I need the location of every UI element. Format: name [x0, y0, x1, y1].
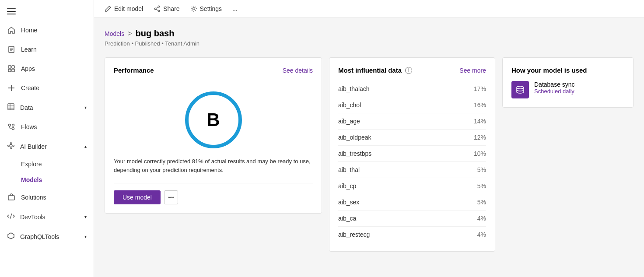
svg-point-17 — [9, 124, 11, 126]
svg-rect-8 — [12, 66, 14, 68]
sidebar-item-graphqltools[interactable]: GraphQLTools ▾ — [0, 227, 94, 246]
svg-point-31 — [158, 10, 160, 12]
breadcrumb: Models > bug bash — [105, 28, 634, 39]
how-used-card-header: How your model is used — [511, 67, 624, 74]
apps-icon — [7, 64, 16, 73]
page-subtitle: Prediction • Published • Tenant Admin — [105, 40, 634, 47]
more-dots-label: ... — [232, 5, 238, 12]
data-field-pct: 14% — [474, 118, 486, 125]
breadcrumb-current: bug bash — [135, 28, 174, 39]
more-dots-icon: ••• — [168, 194, 174, 201]
data-chevron-icon: ▾ — [84, 105, 87, 110]
svg-point-30 — [158, 6, 160, 7]
grade-circle: B — [185, 91, 242, 148]
data-field-pct: 4% — [477, 215, 486, 222]
db-sync-info: Database sync Scheduled daily — [534, 81, 575, 95]
svg-point-24 — [10, 148, 12, 149]
topbar: Edit model Share Settings ... — [94, 0, 644, 18]
grade-value: B — [206, 109, 220, 130]
data-field-pct: 12% — [474, 134, 486, 141]
svg-rect-10 — [12, 69, 14, 72]
data-field-name: aib_cp — [338, 182, 356, 189]
data-field-pct: 5% — [477, 199, 486, 206]
performance-card: Performance See details B Your model cor… — [105, 57, 322, 214]
graphqltools-chevron-icon: ▾ — [84, 234, 87, 239]
svg-point-22 — [10, 144, 12, 147]
hamburger-button[interactable] — [0, 0, 94, 21]
data-field-pct: 10% — [474, 150, 486, 157]
data-field-pct: 16% — [474, 102, 486, 109]
sidebar-item-apps[interactable]: Apps — [0, 59, 94, 78]
share-label: Share — [163, 5, 179, 12]
data-field-name: aib_age — [338, 118, 360, 125]
use-model-button[interactable]: Use model — [114, 190, 161, 204]
breadcrumb-parent[interactable]: Models — [105, 30, 124, 37]
sidebar-item-flows[interactable]: Flows — [0, 117, 94, 137]
influential-data-rows: aib_thalach17%aib_chol16%aib_age14%aib_o… — [338, 81, 486, 242]
sidebar-item-home[interactable]: Home — [0, 21, 94, 40]
sidebar-item-explore-label: Explore — [21, 161, 42, 168]
ai-builder-chevron-icon: ▴ — [84, 144, 87, 149]
gear-icon — [190, 5, 197, 12]
performance-more-button[interactable]: ••• — [164, 190, 178, 204]
sidebar-item-learn[interactable]: Learn — [0, 40, 94, 59]
settings-button[interactable]: Settings — [190, 5, 222, 12]
sidebar-item-models[interactable]: Models — [0, 172, 94, 188]
info-icon[interactable]: i — [405, 67, 412, 74]
data-field-name: aib_restecg — [338, 231, 370, 238]
sidebar-item-ai-builder[interactable]: AI Builder ▴ — [0, 137, 94, 156]
svg-line-34 — [156, 9, 158, 11]
list-item: aib_restecg4% — [338, 227, 486, 242]
cards-row: Performance See details B Your model cor… — [105, 57, 634, 252]
db-sync-name: Database sync — [534, 81, 575, 88]
devtools-chevron-icon: ▾ — [84, 214, 87, 219]
sidebar-item-ai-builder-label: AI Builder — [20, 143, 47, 150]
grade-container: B — [114, 81, 313, 157]
svg-point-36 — [517, 86, 524, 89]
svg-line-33 — [156, 7, 158, 8]
see-more-link[interactable]: See more — [459, 67, 486, 74]
sidebar-item-apps-label: Apps — [21, 65, 35, 72]
data-field-name: aib_sex — [338, 199, 359, 206]
solutions-icon — [7, 193, 16, 202]
sidebar-item-solutions[interactable]: Solutions — [0, 188, 94, 207]
share-icon — [154, 5, 161, 12]
svg-point-26 — [13, 145, 14, 147]
influential-card-header: Most influential data i See more — [338, 67, 486, 74]
sidebar-item-explore[interactable]: Explore — [0, 156, 94, 172]
edit-model-button[interactable]: Edit model — [105, 5, 143, 12]
content-area: Models > bug bash Prediction • Published… — [94, 18, 644, 277]
data-field-pct: 17% — [474, 85, 486, 92]
home-icon — [7, 26, 16, 35]
svg-rect-7 — [8, 66, 11, 68]
list-item: aib_sex5% — [338, 194, 486, 210]
sidebar-item-flows-label: Flows — [21, 123, 37, 130]
sidebar-item-data[interactable]: Data ▾ — [0, 98, 94, 117]
database-icon — [511, 81, 529, 98]
main-area: Edit model Share Settings ... Models > b… — [94, 0, 644, 277]
sidebar-item-create[interactable]: Create — [0, 78, 94, 98]
sidebar-item-devtools[interactable]: DevTools ▾ — [0, 207, 94, 227]
see-details-link[interactable]: See details — [283, 67, 313, 74]
performance-description: Your model correctly predicted 81% of ac… — [114, 157, 313, 174]
sidebar-item-solutions-label: Solutions — [21, 194, 46, 201]
svg-point-25 — [8, 145, 9, 147]
data-field-name: aib_oldpeak — [338, 134, 371, 141]
sidebar-item-data-label: Data — [20, 104, 33, 111]
plus-icon — [7, 84, 16, 92]
influential-data-card: Most influential data i See more aib_tha… — [329, 57, 495, 252]
list-item: aib_thalach17% — [338, 81, 486, 97]
sidebar-item-create-label: Create — [21, 84, 39, 91]
svg-point-18 — [12, 128, 14, 130]
svg-point-35 — [192, 8, 195, 10]
svg-rect-13 — [8, 104, 14, 110]
svg-rect-9 — [8, 69, 11, 72]
breadcrumb-separator: > — [128, 30, 132, 38]
gql-icon — [7, 232, 15, 241]
svg-rect-27 — [8, 196, 14, 200]
list-item: aib_ca4% — [338, 210, 486, 227]
edit-model-label: Edit model — [114, 5, 143, 12]
svg-line-28 — [10, 214, 12, 219]
share-button[interactable]: Share — [154, 5, 179, 12]
more-options-button[interactable]: ... — [232, 5, 238, 12]
